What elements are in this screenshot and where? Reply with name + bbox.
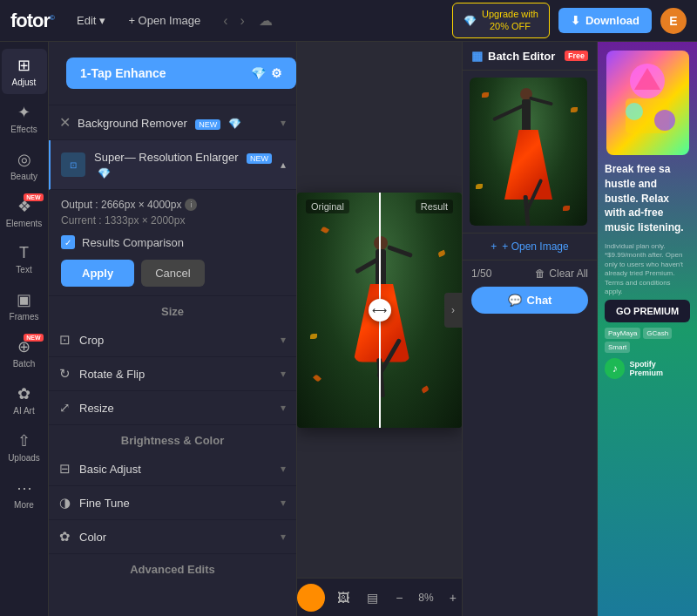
super-res-badge: NEW (247, 153, 272, 164)
fine-tune-tool[interactable]: ◑ Fine Tune ▾ (49, 486, 296, 520)
upgrade-button[interactable]: 💎 Upgrade with 20% OFF (452, 3, 550, 37)
compare-handle-icon: ⟷ (372, 304, 387, 316)
smart-icon: Smart (605, 342, 630, 353)
elements-new-badge: NEW (24, 193, 43, 201)
batch-footer: 1/50 🗑 Clear All 💬 Chat (463, 260, 597, 321)
batch-header: ▦ Batch Editor Free (463, 42, 597, 71)
gem-icon: 💎 (464, 15, 477, 27)
sidebar-item-adjust[interactable]: ⊞ Adjust (2, 49, 47, 94)
super-res-details: Output : 2666px × 4000px i Current : 133… (49, 190, 296, 296)
frames-icon: ▣ (17, 290, 31, 309)
color-picker-circle[interactable] (297, 584, 325, 612)
layers-icon-button[interactable]: ▤ (362, 587, 383, 608)
free-badge: Free (565, 51, 588, 61)
batch-editor-icon: ▦ (471, 49, 483, 63)
super-res-chevron-up-icon: ▴ (281, 159, 286, 171)
icon-sidebar: ⊞ Adjust ✦ Effects ◎ Beauty NEW ❖ Elemen… (0, 42, 49, 616)
fine-tune-chevron-icon: ▾ (281, 497, 286, 509)
enhance-gem-icon: 💎 (251, 66, 266, 80)
chat-icon: 💬 (508, 294, 522, 307)
sidebar-item-uploads[interactable]: ⇧ Uploads (2, 424, 47, 470)
nav-arrows: ‹ › (220, 11, 248, 30)
rotate-chevron-icon: ▾ (281, 368, 286, 380)
sidebar-item-beauty[interactable]: ◎ Beauty (2, 143, 47, 188)
brightness-section-header: Brightness & Color (49, 425, 296, 452)
ad-small-text: Individual plan only. *$9.99/month after… (605, 242, 690, 296)
color-icon: ✿ (59, 529, 71, 545)
batch-panel: ▦ Batch Editor Free (462, 42, 597, 616)
sidebar-item-elements[interactable]: NEW ❖ Elements (2, 190, 47, 235)
forward-button[interactable]: › (236, 11, 247, 30)
download-button[interactable]: ⬇ Download (558, 8, 652, 33)
ad-panel: Break free sa hustle and bustle. Relax w… (597, 42, 697, 616)
chevron-down-icon: ▾ (99, 14, 105, 27)
cancel-button[interactable]: Cancel (141, 260, 204, 287)
resize-tool[interactable]: ⤢ Resize ▾ (49, 391, 296, 425)
payment-icons: PayMaya GCash Smart (605, 328, 690, 353)
panel-toggle-arrow[interactable]: › (444, 293, 462, 328)
adjust-icon: ⊞ (17, 56, 30, 75)
svg-point-4 (654, 110, 675, 131)
back-button[interactable]: ‹ (220, 11, 231, 30)
color-tool[interactable]: ✿ Color ▾ (49, 520, 296, 554)
sidebar-item-batch[interactable]: NEW ⊕ Batch (2, 330, 47, 376)
ad-headline: Break free sa hustle and bustle. Relax w… (605, 162, 690, 235)
enhance-settings-icon: ⚙ (271, 66, 282, 80)
results-comparison-checkbox[interactable]: ✓ (61, 235, 75, 249)
go-premium-button[interactable]: GO PREMIUM (605, 300, 690, 322)
crop-icon: ⊡ (59, 332, 71, 348)
zoom-level: 8% (415, 592, 436, 604)
batch-open-image-button[interactable]: + + Open Image (463, 233, 597, 260)
main-layout: ⊞ Adjust ✦ Effects ◎ Beauty NEW ❖ Elemen… (0, 42, 697, 616)
sidebar-item-text[interactable]: T Text (2, 237, 47, 281)
logo: fotor© (10, 10, 54, 32)
image-compare[interactable]: Original Result ⟷ (297, 193, 462, 428)
spotify-logo: ♪ (605, 358, 625, 379)
batch-image (470, 78, 590, 226)
fine-tune-icon: ◑ (59, 495, 71, 511)
canvas-content: Original Result ⟷ › (297, 42, 462, 578)
more-icon: ⋯ (17, 478, 32, 498)
batch-count: 1/50 (471, 267, 491, 280)
compare-label-result: Result (416, 200, 453, 213)
sidebar-item-ai-art[interactable]: ✿ AI Art (2, 377, 47, 423)
text-icon: T (19, 244, 29, 262)
crop-tool[interactable]: ⊡ Crop ▾ (49, 323, 296, 357)
apply-button[interactable]: Apply (61, 260, 134, 287)
beauty-icon: ◎ (17, 150, 31, 169)
enhance-button[interactable]: 1-Tap Enhance 💎 ⚙ (66, 58, 296, 89)
background-remover-tool[interactable]: ✕ Background Remover NEW 💎 ▾ (49, 105, 296, 140)
sidebar-item-effects[interactable]: ✦ Effects (2, 96, 47, 141)
advanced-section-header: Advanced Edits (49, 554, 296, 581)
sidebar-item-frames[interactable]: ▣ Frames (2, 283, 47, 328)
svg-point-2 (626, 103, 643, 120)
super-res-icon: ⊡ (61, 152, 85, 177)
clear-all-button[interactable]: 🗑 Clear All (535, 267, 588, 280)
zoom-in-button[interactable]: + (444, 587, 462, 608)
avatar[interactable]: E (660, 8, 687, 34)
tools-panel: 1-Tap Enhance 💎 ⚙ ✕ Background Remover N… (49, 42, 297, 616)
gcash-icon: GCash (643, 328, 672, 339)
image-icon-button[interactable]: 🖼 (332, 587, 355, 608)
download-icon: ⬇ (571, 14, 580, 27)
output-info-icon: i (185, 199, 197, 211)
zoom-out-button[interactable]: − (390, 587, 408, 608)
cloud-icon: ☁ (259, 12, 273, 29)
resize-chevron-icon: ▾ (281, 402, 286, 414)
trash-icon: 🗑 (535, 267, 545, 280)
rotate-flip-tool[interactable]: ↻ Rotate & Flip ▾ (49, 357, 296, 391)
logo-sup: © (50, 13, 54, 21)
crop-chevron-icon: ▾ (281, 334, 286, 346)
bottom-toolbar: 🖼 ▤ − 8% + (297, 578, 462, 616)
chat-button[interactable]: 💬 Chat (471, 287, 588, 314)
resize-icon: ⤢ (59, 400, 71, 416)
compare-handle[interactable]: ⟷ (369, 299, 391, 322)
basic-adjust-chevron-icon: ▾ (281, 463, 286, 475)
edit-button[interactable]: Edit ▾ (70, 10, 112, 30)
open-image-button[interactable]: + Open Image (121, 10, 207, 30)
bg-remover-badge: NEW (195, 119, 220, 130)
bg-gem-icon: 💎 (228, 118, 241, 130)
super-resolution-tool[interactable]: ⊡ Super— Resolution Enlarger NEW 💎 ▴ (49, 140, 296, 190)
sidebar-item-more[interactable]: ⋯ More (2, 471, 47, 517)
basic-adjust-tool[interactable]: ⊟ Basic Adjust ▾ (49, 452, 296, 486)
